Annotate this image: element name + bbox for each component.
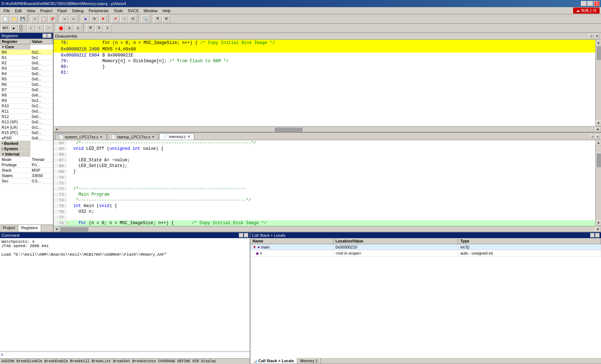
register-sec[interactable]: Sec0.0...	[0, 178, 53, 184]
memory-button[interactable]: M	[87, 24, 94, 32]
register-r15pc[interactable]: R15 (PC)0x0...	[0, 130, 53, 136]
register-xpsr[interactable]: xPSR0x6...	[0, 136, 53, 141]
disasm-scroll-up[interactable]: ▲	[596, 40, 601, 45]
step-into[interactable]: ↓	[27, 24, 35, 32]
code-hscroll-track[interactable]	[59, 226, 595, 232]
code-hscroll-left[interactable]: ◀	[54, 226, 59, 232]
tab-memory-close[interactable]: ✕	[187, 135, 190, 138]
step-over[interactable]: {{ }}	[19, 24, 26, 32]
debug-stop[interactable]: ○	[120, 15, 128, 23]
redo-button[interactable]: ↪	[69, 15, 77, 23]
reg-group-system[interactable]: + System	[0, 146, 53, 152]
register-r11[interactable]: R110x0...	[0, 109, 53, 114]
zoom-button[interactable]: 🔍	[141, 15, 149, 23]
menu-debug[interactable]: Debug	[70, 8, 86, 14]
paste-button[interactable]: 📌	[48, 15, 56, 23]
callstack-close[interactable]: ✕	[595, 233, 600, 237]
build-button[interactable]: ▶	[82, 15, 90, 23]
callstack-row-n[interactable]: ◆ n <not in scope> auto - unsigned int	[250, 250, 601, 256]
menu-flash[interactable]: Flash	[55, 8, 69, 14]
register-privilege[interactable]: PrivilegePri...	[0, 162, 53, 168]
register-r13sp[interactable]: R13 (SP)0x0...	[0, 119, 53, 125]
menu-edit[interactable]: Edit	[13, 8, 24, 14]
callstack-tab-memory[interactable]: Memory 1	[297, 358, 321, 364]
callstack-float[interactable]: ⤢	[590, 233, 595, 237]
disasm-scroll-track[interactable]	[596, 45, 601, 120]
serial-button[interactable]: S	[95, 24, 103, 32]
rst-button[interactable]: RST	[1, 24, 9, 32]
minimize-button[interactable]: ─	[581, 1, 587, 6]
code-scroll-up[interactable]: ▲	[596, 140, 601, 146]
disasm-vscrollbar[interactable]: ▲ ▼	[595, 40, 601, 126]
register-stack[interactable]: StackMSP	[0, 168, 53, 173]
registers-close-button[interactable]: ✕	[47, 34, 52, 38]
save-button[interactable]: 💾	[19, 15, 26, 23]
rebuild-button[interactable]: ⟳	[91, 15, 98, 23]
command-float[interactable]: ⤢	[239, 233, 243, 237]
menu-help[interactable]: Help	[160, 8, 173, 14]
reg-group-core[interactable]: ▼ Core	[0, 44, 53, 50]
register-r9[interactable]: R90x3...	[0, 98, 53, 103]
register-r4[interactable]: R40x0...	[0, 71, 53, 77]
callstack-tab-main[interactable]: 📊 Call Stack + Locals	[250, 358, 297, 364]
copy-button[interactable]: 📋	[40, 15, 48, 23]
menu-tools[interactable]: Tools	[112, 8, 125, 14]
register-mode[interactable]: ModeThread	[0, 157, 53, 162]
step-out[interactable]: ↑	[36, 24, 44, 32]
code-area[interactable]: 64 /*-----------------------------------…	[54, 140, 595, 226]
menu-file[interactable]: File	[1, 8, 12, 14]
disasm-hscrollbar[interactable]: ◀ ▶	[54, 126, 601, 132]
cut-button[interactable]: ✂	[31, 15, 39, 23]
callstack-row-main[interactable]: ▼ ● main 0x00000210 int f()	[250, 244, 601, 250]
tab-registers[interactable]: Registers	[18, 225, 41, 232]
new-button[interactable]: 📄	[1, 15, 9, 23]
debug-reset[interactable]: ⟲	[129, 15, 137, 23]
reg-group-internal[interactable]: ▼ Internal	[0, 152, 53, 157]
tab-system-lpc17[interactable]: 📄 system_LPC17xx.c ✕	[55, 134, 107, 140]
disasm-float-button[interactable]: ⤢	[589, 34, 594, 39]
code-float-button[interactable]: ⤢	[590, 135, 595, 139]
register-r12[interactable]: R120x0...	[0, 114, 53, 119]
register-r14lr[interactable]: R14 (LR)0x1...	[0, 125, 53, 130]
menu-view[interactable]: View	[25, 8, 38, 14]
disasm-close-button[interactable]: ✕	[595, 34, 600, 39]
register-r0[interactable]: R00x2...	[0, 50, 53, 55]
menu-project[interactable]: Project	[38, 8, 54, 14]
registers-button[interactable]: R	[154, 15, 162, 23]
code-close-button[interactable]: ✕	[595, 135, 600, 139]
register-r6[interactable]: R60x0...	[0, 82, 53, 87]
debug-start[interactable]: ●	[112, 15, 119, 23]
tab-startup-close[interactable]: ✕	[152, 135, 155, 139]
register-r1[interactable]: R10x1	[0, 55, 53, 60]
breakpoint-disable[interactable]: ⊘	[65, 24, 73, 32]
disasm-scroll-down[interactable]: ▼	[596, 120, 601, 126]
tab-startup-lpc17[interactable]: 📄 startup_LPC17xx.s ✕	[107, 134, 158, 140]
undo-button[interactable]: ↩	[61, 15, 69, 23]
command-input-area[interactable]: >	[0, 351, 250, 358]
tab-memory-c[interactable]: 📄 memory.c ✕	[159, 133, 194, 140]
tab-project[interactable]: Project	[0, 225, 18, 232]
breakpoint-kill[interactable]: ✗	[74, 24, 82, 32]
command-input-field[interactable]	[5, 353, 249, 357]
register-r2[interactable]: R20x0...	[0, 60, 53, 66]
open-button[interactable]: 📁	[10, 15, 18, 23]
run-button[interactable]: ▶	[10, 24, 18, 32]
watch-button[interactable]: W	[162, 15, 170, 23]
register-states[interactable]: States33650	[0, 173, 53, 178]
close-button[interactable]: ✕	[594, 1, 600, 6]
code-scroll-track[interactable]	[596, 146, 601, 220]
stop-button[interactable]: ■	[99, 15, 107, 23]
code-hscroll-right[interactable]: ▶	[595, 226, 601, 232]
tab-system-close[interactable]: ✕	[100, 135, 103, 139]
code-scroll-down[interactable]: ▼	[596, 220, 601, 226]
menu-peripherals[interactable]: Peripherals	[87, 8, 111, 14]
register-r7[interactable]: R70x0...	[0, 87, 53, 93]
disasm-hscroll-right[interactable]: ▶	[595, 127, 601, 132]
code-vscrollbar[interactable]: ▲ ▼	[595, 140, 601, 226]
disasm-hscroll-left[interactable]: ◀	[54, 127, 59, 132]
register-r8[interactable]: R80x6...	[0, 93, 53, 98]
code-hscrollbar[interactable]: ◀ ▶	[54, 226, 601, 232]
registers-float-button[interactable]: ⤢	[43, 34, 47, 38]
register-r5[interactable]: R50x0...	[0, 77, 53, 82]
menu-window[interactable]: Window	[141, 8, 160, 14]
